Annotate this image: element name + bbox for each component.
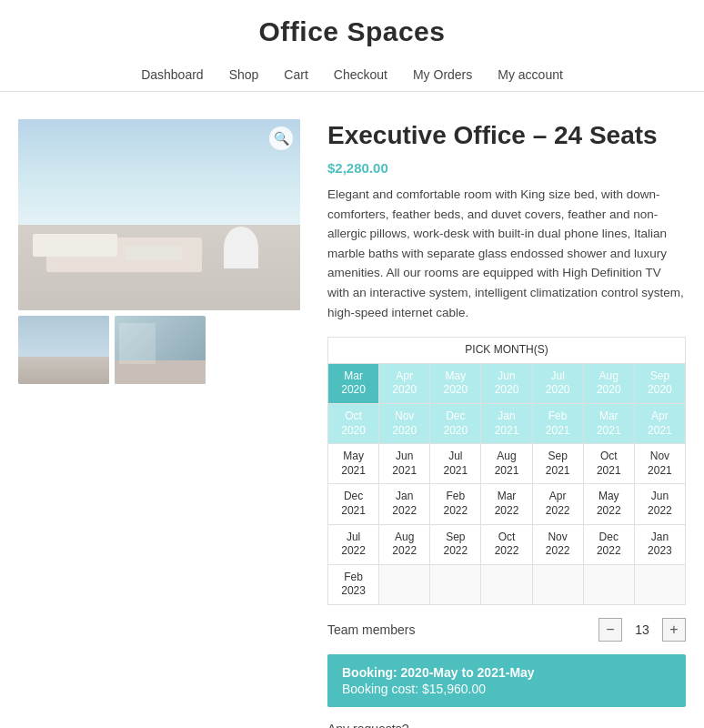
team-members-value: 13: [631, 622, 653, 637]
calendar-cell[interactable]: Apr 2022: [532, 484, 583, 524]
calendar-cell[interactable]: Nov 2021: [634, 444, 685, 484]
thumbnail-row: [18, 316, 300, 384]
calendar-cell[interactable]: Sep 2021: [532, 444, 583, 484]
calendar-cell[interactable]: Dec 2020: [430, 403, 481, 443]
calendar-cell[interactable]: Oct 2022: [481, 524, 532, 564]
main-product-image: 🔍: [18, 119, 300, 310]
calendar-cell[interactable]: Jun 2022: [634, 484, 685, 524]
nav-checkout[interactable]: Checkout: [334, 67, 387, 82]
calendar-cell[interactable]: Sep 2020: [634, 363, 685, 403]
calendar-cell[interactable]: Nov 2020: [379, 403, 430, 443]
product-title: Executive Office – 24 Seats: [327, 119, 686, 151]
calendar-cell[interactable]: Jan 2021: [481, 403, 532, 443]
calendar-cell[interactable]: Oct 2021: [583, 444, 634, 484]
calendar-header: PICK MONTH(S): [328, 338, 686, 364]
team-members-row: Team members − 13 +: [327, 618, 686, 642]
calendar-cell[interactable]: [379, 564, 430, 604]
booking-cost-line: Booking cost: $15,960.00: [342, 682, 671, 696]
product-images: 🔍: [18, 119, 300, 728]
calendar-cell[interactable]: [481, 564, 532, 604]
site-header: Office Spaces Dashboard Shop Cart Checko…: [0, 0, 704, 92]
product-price: $2,280.00: [327, 160, 686, 176]
site-title: Office Spaces: [0, 16, 704, 47]
team-members-plus-button[interactable]: +: [662, 618, 686, 642]
calendar-cell[interactable]: Mar 2022: [481, 484, 532, 524]
nav-my-account[interactable]: My account: [498, 67, 563, 82]
calendar-cell[interactable]: Feb 2023: [328, 564, 379, 604]
month-picker-calendar: PICK MONTH(S) Mar 2020Apr 2020May 2020Ju…: [327, 337, 686, 605]
requests-label: Any requests?: [327, 722, 686, 728]
product-description: Elegant and comfortable room with King s…: [327, 185, 686, 322]
calendar-cell[interactable]: Jul 2020: [532, 363, 583, 403]
calendar-cell[interactable]: May 2020: [430, 363, 481, 403]
calendar-cell[interactable]: Apr 2021: [634, 403, 685, 443]
calendar-cell[interactable]: [583, 564, 634, 604]
calendar-cell[interactable]: Jan 2022: [379, 484, 430, 524]
nav-dashboard[interactable]: Dashboard: [141, 67, 204, 82]
product-info: Executive Office – 24 Seats $2,280.00 El…: [327, 119, 686, 728]
team-members-label: Team members: [327, 622, 589, 637]
calendar-cell[interactable]: Oct 2020: [328, 403, 379, 443]
nav-cart[interactable]: Cart: [284, 67, 307, 82]
calendar-cell[interactable]: Dec 2021: [328, 484, 379, 524]
calendar-cell[interactable]: Aug 2021: [481, 444, 532, 484]
calendar-cell[interactable]: Feb 2022: [430, 484, 481, 524]
calendar-cell[interactable]: Jul 2022: [328, 524, 379, 564]
team-members-minus-button[interactable]: −: [598, 618, 622, 642]
calendar-cell[interactable]: Apr 2020: [379, 363, 430, 403]
calendar-cell[interactable]: Mar 2021: [583, 403, 634, 443]
booking-range-line: Booking: 2020-May to 2021-May: [342, 665, 671, 680]
calendar-cell[interactable]: Jan 2023: [634, 524, 685, 564]
calendar-cell[interactable]: May 2021: [328, 444, 379, 484]
nav-my-orders[interactable]: My Orders: [413, 67, 472, 82]
calendar-cell[interactable]: Jun 2020: [481, 363, 532, 403]
calendar-cell[interactable]: Mar 2020: [328, 363, 379, 403]
calendar-cell[interactable]: [532, 564, 583, 604]
nav-shop[interactable]: Shop: [229, 67, 259, 82]
calendar-cell[interactable]: Dec 2022: [583, 524, 634, 564]
calendar-cell[interactable]: Jul 2021: [430, 444, 481, 484]
calendar-cell[interactable]: Aug 2020: [583, 363, 634, 403]
calendar-cell[interactable]: May 2022: [583, 484, 634, 524]
thumbnail-1[interactable]: [18, 316, 109, 384]
main-nav: Dashboard Shop Cart Checkout My Orders M…: [0, 58, 704, 91]
zoom-icon[interactable]: 🔍: [269, 126, 293, 150]
main-content: 🔍 Executive Office – 24 Seats $2,280.00 …: [0, 119, 704, 728]
calendar-cell[interactable]: [430, 564, 481, 604]
thumbnail-2[interactable]: [115, 316, 206, 384]
calendar-cell[interactable]: [634, 564, 685, 604]
booking-range: 2020-May to 2021-May: [401, 665, 535, 680]
calendar-cell[interactable]: Aug 2022: [379, 524, 430, 564]
booking-prefix: Booking:: [342, 665, 401, 680]
calendar-cell[interactable]: Sep 2022: [430, 524, 481, 564]
calendar-cell[interactable]: Feb 2021: [532, 403, 583, 443]
calendar-cell[interactable]: Nov 2022: [532, 524, 583, 564]
booking-summary: Booking: 2020-May to 2021-May Booking co…: [327, 654, 686, 707]
calendar-cell[interactable]: Jun 2021: [379, 444, 430, 484]
